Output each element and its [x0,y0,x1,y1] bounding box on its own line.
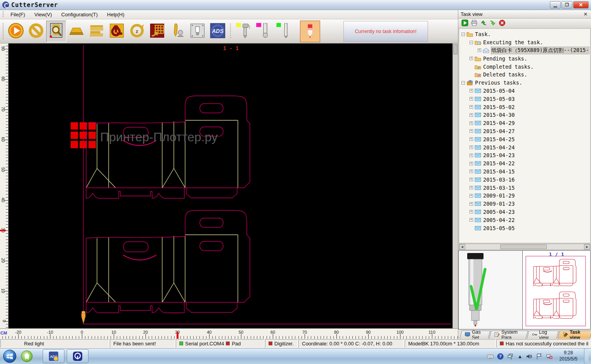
restore-windows-tray-icon[interactable] [507,353,514,360]
tree-item[interactable]: +2005-04-22 [459,216,590,224]
show-desktop-button[interactable] [584,348,589,364]
tree-item[interactable]: +2015-04-23 [459,151,590,159]
disable-button[interactable] [26,21,46,42]
switch-button[interactable] [187,21,208,42]
tree-item[interactable]: 2015-05-05 [459,224,590,232]
close-button[interactable]: ✕ [573,1,589,9]
print-icon[interactable] [471,19,478,28]
cutterserver-taskbar-button[interactable] [67,349,88,363]
tree-expander-icon[interactable]: + [470,113,473,117]
tab-log-view[interactable]: Log view [527,331,558,339]
h-ruler-marker [177,332,179,339]
envelope-icon [475,217,482,223]
tree-item[interactable]: +2015-03-16 [459,175,590,184]
tree-expander-icon[interactable]: + [470,210,473,213]
tree-expander-icon[interactable]: + [470,146,473,149]
tree-item[interactable]: +2015-04-29 [459,119,590,127]
tree-expander-icon[interactable]: + [470,154,473,157]
tree-expander-icon[interactable]: + [470,105,473,109]
tree-expander-icon[interactable]: + [470,129,473,133]
tree-expander-icon[interactable]: − [461,81,465,85]
start-button[interactable] [3,350,16,363]
scroll-thumb[interactable] [500,244,547,249]
tree-item[interactable]: +2009-01-29 [459,192,590,200]
tool-yellow-button[interactable] [233,21,253,42]
canvas-vertical-scrollbar[interactable] [452,43,458,328]
tab-gas-set[interactable]: Gas Set [459,331,490,339]
tree-item[interactable]: −Executing the task. [459,38,590,47]
tree-item[interactable]: +2015-04-27 [459,127,590,135]
menu-view[interactable]: View(V) [30,10,57,19]
delete-task-icon[interactable] [499,19,506,28]
keyboard-tray-icon[interactable] [487,353,494,360]
taskbar-clock[interactable]: 9:28 2015/5/5 [556,350,581,362]
tree-item[interactable]: +2015-05-03 [459,95,590,103]
tree-item[interactable]: Deleted tasks. [459,71,590,79]
drawing-canvas[interactable]: Принтер-Плоттер.ру 1 - 1 [9,43,452,328]
tree-expander-icon[interactable]: + [470,121,473,125]
tree-item[interactable]: −Previous tasks. [459,79,590,87]
platform-button[interactable] [66,21,87,42]
action-center-flag-icon[interactable] [536,353,542,360]
tree-item[interactable]: +2015-04-24 [459,143,590,151]
tree-item[interactable]: Completed tasks. [459,62,590,71]
tree-item[interactable]: +Pending tasks. [459,54,590,62]
help-tray-icon[interactable]: ? [497,353,504,360]
tree-expander-icon[interactable]: + [470,89,473,92]
start-button[interactable] [6,21,26,42]
scroll-right-icon[interactable]: ► [584,244,590,250]
digitizer-pin-button[interactable] [167,21,187,42]
tree-item[interactable]: +2015-05-04 [459,87,590,95]
active-pen-button[interactable] [300,21,320,42]
tree-expander-icon[interactable]: + [470,170,473,173]
volume-tray-icon[interactable] [526,353,532,360]
tab-task-view[interactable]: Task view [557,331,591,339]
ads-taskbar-button[interactable]: ADS [43,349,64,363]
tree-expander-icon[interactable]: + [470,186,473,189]
tree-expander-icon[interactable]: + [470,97,473,101]
show-hidden-icons-icon[interactable]: ▲ [517,354,522,359]
comb-button[interactable] [87,21,107,42]
tree-expander-icon[interactable]: − [470,41,473,44]
tree-expander-icon[interactable]: + [470,162,473,165]
tree-item[interactable]: +2015-04-30 [459,111,590,119]
tree-item[interactable]: +2015-04-25 [459,135,590,143]
tree-expander-icon[interactable]: + [470,202,473,206]
move-down-icon[interactable] [489,19,496,28]
origin-move-button[interactable] [107,21,127,42]
coreldraw-taskbar-icon[interactable] [21,350,33,362]
minimize-button[interactable]: ▁ [550,1,561,9]
tree-item[interactable]: +2005-04-23 [459,208,590,216]
menu-file[interactable]: File(F) [6,10,30,19]
tree-expander-icon[interactable]: + [470,57,473,60]
restore-button[interactable]: ❐ [562,1,572,9]
ads-button[interactable]: ADS [208,21,228,42]
tree-item[interactable]: +2015-05-02 [459,103,590,111]
tool-green-button[interactable] [274,21,294,42]
tool-magenta-button[interactable] [253,21,274,42]
run-task-icon[interactable] [461,19,468,28]
tree-expander-icon[interactable]: + [478,49,481,52]
tree-item[interactable]: +2015-03-15 [459,184,590,192]
reset-z-button[interactable]: z [127,21,147,42]
tree-item[interactable]: +2015-04-15 [459,168,590,176]
tree-expander-icon[interactable]: + [470,218,473,222]
menu-configuration[interactable]: Configuration(T) [57,10,102,19]
tree-expander-icon[interactable]: + [470,194,473,198]
menu-help[interactable]: Help(H) [102,10,129,19]
tree-expander-icon[interactable]: − [461,33,465,36]
tree-expander-icon[interactable]: + [470,137,473,141]
tab-system-para[interactable]: System Para [489,331,528,339]
tree-item[interactable]: +纸袋白卡（595X889)原点切割--(2015- [459,47,590,55]
grid-move-button[interactable] [147,21,167,42]
network-error-tray-icon[interactable] [546,353,553,360]
zoom-frame-button[interactable] [46,21,66,42]
task-tree-hscrollbar[interactable]: ◄ ► [459,244,591,250]
tree-item[interactable]: −Task. [459,30,590,38]
tree-expander-icon[interactable]: + [470,178,473,181]
move-up-icon[interactable] [480,19,487,28]
scroll-left-icon[interactable]: ◄ [459,244,465,250]
tree-item[interactable]: +2015-04-22 [459,159,590,168]
tree-item[interactable]: +2009-01-23 [459,200,590,208]
task-panel-close-icon[interactable]: ✕ [582,11,589,17]
